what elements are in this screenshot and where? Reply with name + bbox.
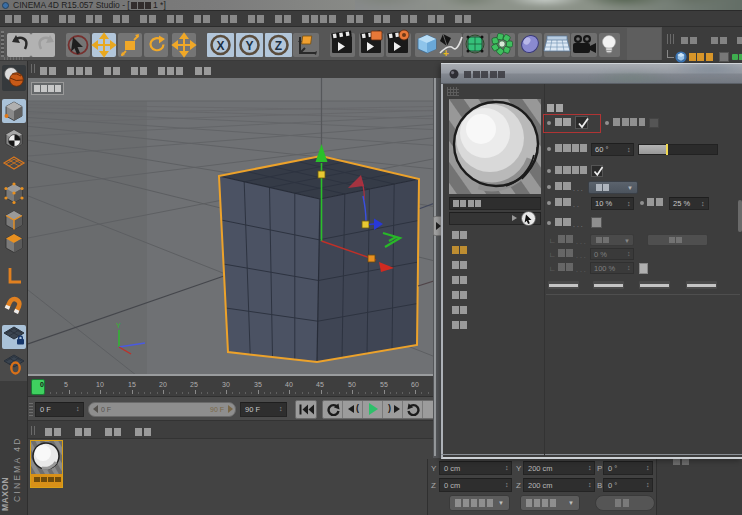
svg-text:Z: Z [275, 39, 282, 53]
svg-text:+: + [443, 48, 449, 59]
svg-text:Y: Y [245, 39, 253, 53]
svg-text:Y: Y [116, 322, 121, 329]
svg-text:X: X [216, 39, 224, 53]
